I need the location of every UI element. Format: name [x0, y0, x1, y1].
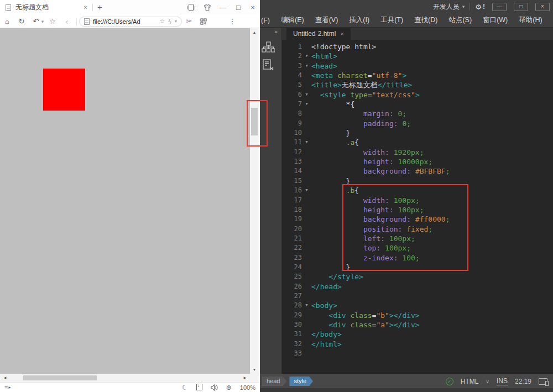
- download-icon[interactable]: ↓: [196, 384, 202, 390]
- code-text[interactable]: </html>: [311, 339, 342, 349]
- home-icon[interactable]: ⌂: [0, 17, 14, 25]
- horizontal-scrollbar[interactable]: ◄ ►: [0, 374, 250, 382]
- browser-toolbar: ⌂ ↻ ↶ ▾ ☆ ‹ file:///C:/Users/Ad ☆ ϟ ▾ ✂: [0, 15, 260, 28]
- tab-close-icon[interactable]: ×: [340, 30, 343, 37]
- fold-marker-icon[interactable]: ▼: [302, 90, 311, 100]
- code-text[interactable]: <head>: [311, 61, 337, 71]
- fold-marker-icon[interactable]: ▼: [302, 301, 311, 310]
- code-text[interactable]: <!doctype html>: [311, 42, 376, 51]
- gutter-spacer: [302, 291, 311, 301]
- scroll-down-icon[interactable]: ▼: [250, 368, 259, 372]
- fold-marker-icon[interactable]: ▼: [302, 61, 311, 71]
- menu-item[interactable]: 工具(T): [375, 15, 409, 25]
- menu-item[interactable]: 编辑(E): [275, 15, 310, 25]
- gutter-spacer: [302, 282, 311, 291]
- scroll-up-icon[interactable]: ▲: [250, 30, 259, 34]
- menu-item[interactable]: 查看(V): [310, 15, 344, 25]
- editor-minimize-button[interactable]: —: [492, 3, 507, 11]
- device-preview-icon[interactable]: [539, 378, 547, 385]
- night-mode-moon-icon[interactable]: ☾: [182, 384, 188, 391]
- undo-dropdown-icon[interactable]: ▾: [40, 19, 45, 24]
- mobile-view-button[interactable]: [184, 0, 198, 15]
- tab-close-icon[interactable]: ×: [84, 4, 87, 12]
- code-text[interactable]: <div class="b"></div>: [311, 311, 420, 320]
- code-text[interactable]: background: #BFBFBF;: [311, 166, 450, 176]
- scroll-right-icon[interactable]: ►: [243, 375, 247, 380]
- code-text[interactable]: </head>: [311, 282, 342, 291]
- expand-panels-icon[interactable]: »: [274, 28, 277, 35]
- vertical-scrollbar[interactable]: ▲ ▼: [250, 28, 259, 374]
- back-chevron-icon[interactable]: ‹: [60, 17, 74, 26]
- gutter-spacer: [302, 253, 311, 263]
- doc-type-label[interactable]: HTML: [461, 378, 479, 385]
- address-bar[interactable]: file:///C:/Users/Ad ☆ ϟ ▾: [79, 17, 182, 27]
- browser-tab[interactable]: 无标题文档 ×: [0, 0, 92, 15]
- refresh-icon[interactable]: ↻: [14, 17, 29, 25]
- breadcrumb-tag-style[interactable]: style: [289, 377, 313, 386]
- code-text[interactable]: <title>无标题文档</title>: [311, 80, 412, 90]
- snippets-icon[interactable]: [262, 59, 275, 72]
- address-url[interactable]: file:///C:/Users/Ad: [93, 18, 156, 25]
- line-number: 15: [282, 176, 302, 186]
- menu-item[interactable]: 查找(D): [409, 15, 443, 25]
- editor-maximize-button[interactable]: □: [514, 3, 528, 11]
- page-favicon-icon: [6, 4, 11, 11]
- code-text[interactable]: padding: 0;: [311, 119, 411, 128]
- address-dropdown-icon[interactable]: ▾: [175, 19, 177, 24]
- code-text[interactable]: <html>: [311, 51, 337, 61]
- favorite-star-icon[interactable]: ☆: [159, 18, 165, 25]
- browser-maximize-button[interactable]: □: [231, 0, 246, 15]
- fold-marker-icon[interactable]: ▼: [302, 186, 311, 195]
- menu-item[interactable]: 站点(S): [443, 15, 477, 25]
- horizontal-scroll-thumb[interactable]: [23, 375, 97, 380]
- theme-skin-button[interactable]: [200, 0, 215, 15]
- doc-type-chevron-icon[interactable]: ∨: [486, 379, 489, 384]
- code-text[interactable]: }: [311, 128, 350, 138]
- zoom-icon[interactable]: ⊕: [226, 384, 232, 391]
- breadcrumb-tag-head[interactable]: head: [262, 377, 286, 386]
- code-text[interactable]: </style>: [311, 272, 363, 281]
- code-text[interactable]: width: 1920px;: [311, 148, 424, 157]
- speaker-icon[interactable]: [211, 384, 218, 391]
- fold-marker-icon[interactable]: ▼: [302, 100, 311, 109]
- bookmark-star-icon[interactable]: ☆: [45, 17, 60, 25]
- code-text[interactable]: .a{: [311, 138, 359, 147]
- fold-marker-icon[interactable]: ▼: [302, 138, 311, 147]
- menu-item[interactable]: 窗口(W): [477, 15, 513, 25]
- settings-button[interactable]: ⚙ !: [475, 3, 485, 11]
- shirt-icon: [204, 4, 211, 11]
- code-line: 30 <div class="a"></div>: [282, 320, 553, 330]
- gutter-spacer: [302, 243, 311, 253]
- browser-close-button[interactable]: ×: [246, 0, 260, 15]
- more-menu-icon[interactable]: ⋮: [225, 17, 239, 25]
- reading-list-icon[interactable]: ≡ ▸: [4, 384, 11, 391]
- scrollbar-corner: [250, 374, 259, 382]
- new-tab-button[interactable]: +: [97, 2, 102, 12]
- lint-ok-icon[interactable]: ✓: [446, 378, 453, 385]
- files-tree-icon[interactable]: [262, 41, 275, 54]
- code-text[interactable]: margin: 0;: [311, 109, 406, 118]
- editor-close-button[interactable]: ×: [535, 3, 550, 11]
- code-text[interactable]: <meta charset="utf-8">: [311, 71, 406, 80]
- fold-marker-icon[interactable]: ▼: [302, 51, 311, 61]
- screenshot-scissors-icon[interactable]: ✂: [182, 17, 196, 25]
- browser-minimize-button[interactable]: —: [216, 0, 230, 15]
- zoom-level[interactable]: 100%: [240, 384, 255, 391]
- qr-code-icon[interactable]: [196, 18, 211, 25]
- workspace-switcher[interactable]: 开发人员 ▾: [433, 2, 465, 12]
- menu-item[interactable]: 帮助(H): [513, 15, 547, 25]
- code-text[interactable]: <body>: [311, 301, 337, 310]
- document-tab[interactable]: Untitled-2.html ×: [286, 28, 351, 40]
- menu-item[interactable]: 插入(I): [343, 15, 375, 25]
- code-text[interactable]: </body>: [311, 330, 342, 339]
- gutter-spacer: [302, 196, 311, 205]
- annotation-rect-css-rule: [342, 184, 468, 271]
- code-text[interactable]: <style type="text/css">: [311, 90, 420, 100]
- gutter-spacer: [302, 71, 311, 80]
- flash-icon[interactable]: ϟ: [168, 18, 171, 25]
- code-text[interactable]: *{: [311, 100, 354, 109]
- code-text[interactable]: <div class="a"></div>: [311, 320, 420, 330]
- insert-mode-indicator[interactable]: INS: [497, 377, 508, 385]
- code-text[interactable]: height: 10000px;: [311, 157, 432, 166]
- scroll-left-icon[interactable]: ◄: [3, 375, 7, 380]
